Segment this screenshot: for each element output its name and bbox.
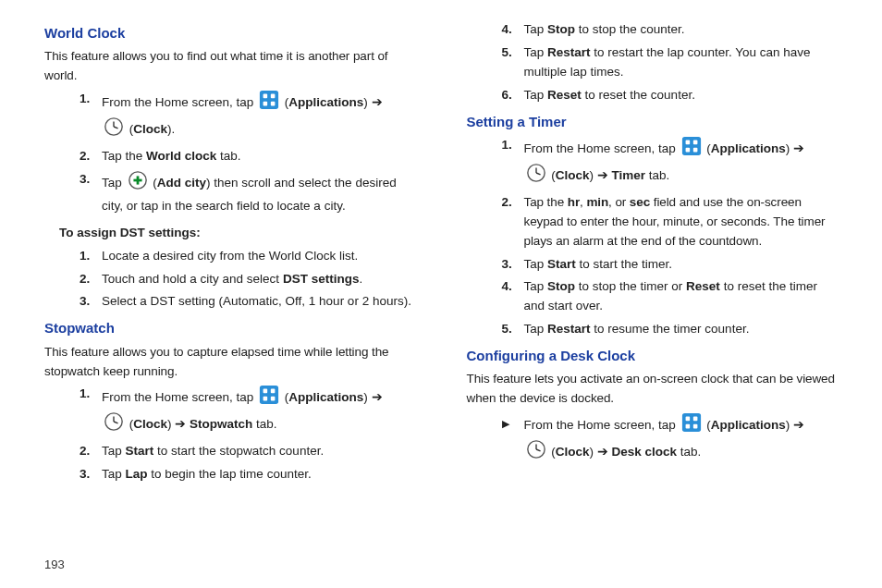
text: Tap (524, 322, 548, 336)
tm-step-4: Tap Stop to stop the timer or Reset to r… (502, 277, 839, 316)
label-sec: sec (630, 195, 650, 209)
label-stop: Stop (547, 279, 575, 293)
wc-step-1: From the Home screen, tap (Applications)… (80, 90, 416, 143)
label-applications: Applications (288, 391, 363, 405)
text: to start the timer. (576, 257, 672, 271)
text: Tap (524, 45, 548, 59)
sw-step-4: Tap Stop to stop the counter. (502, 20, 839, 40)
text: to resume the timer counter. (591, 322, 750, 336)
text: Tap (524, 22, 548, 36)
text: Tap the (524, 195, 568, 209)
text: to begin the lap time counter. (148, 467, 312, 481)
clock-icon (526, 163, 546, 190)
text: From the Home screen, tap (102, 391, 257, 405)
text: Tap (524, 257, 548, 271)
text: Touch and hold a city and select (102, 272, 283, 286)
applications-icon (681, 136, 702, 163)
text: to start the stopwatch counter. (153, 444, 324, 458)
add-city-icon (128, 170, 148, 197)
tm-step-1: From the Home screen, tap (Applications)… (502, 136, 839, 190)
text: tab. (677, 445, 701, 459)
heading-desk-clock: Configuring a Desk Clock (467, 345, 839, 366)
label-start: Start (126, 444, 154, 458)
heading-stopwatch: Stopwatch (44, 317, 416, 338)
label-desk-clock-tab: Desk clock (612, 445, 678, 459)
applications-icon (681, 412, 702, 439)
label-clock: Clock (133, 417, 167, 431)
text: Tap (102, 444, 126, 458)
tm-step-3: Tap Start to start the timer. (502, 255, 839, 275)
tm-step-2: Tap the hr, min, or sec field and use th… (502, 193, 839, 251)
applications-icon (259, 90, 279, 116)
label-add-city: Add city (157, 176, 206, 190)
label-hr: hr (568, 195, 580, 209)
label-world-clock-tab: World clock (146, 149, 216, 163)
label-applications: Applications (711, 418, 786, 432)
text: Tap (102, 176, 126, 190)
label-dst-settings: DST settings (283, 272, 360, 286)
dst-step-3: Select a DST setting (Automatic, Off, 1 … (80, 292, 416, 312)
page-number: 193 (44, 557, 65, 571)
label-applications: Applications (288, 95, 363, 109)
text: Tap (102, 467, 126, 481)
text: Tap the (102, 149, 146, 163)
text: to stop the timer or (575, 279, 686, 293)
subhead-dst: To assign DST settings: (59, 224, 416, 243)
tm-step-5: Tap Restart to resume the timer counter. (502, 320, 839, 339)
applications-icon (259, 385, 279, 411)
dst-step-1: Locate a desired city from the World Clo… (80, 247, 416, 266)
text: From the Home screen, tap (524, 141, 680, 155)
wc-step-2: Tap the World clock tab. (80, 147, 416, 166)
dst-step-2: Touch and hold a city and select DST set… (80, 270, 416, 289)
label-lap: Lap (126, 467, 148, 481)
label-min: min (586, 195, 608, 209)
sw-step-3: Tap Lap to begin the lap time counter. (80, 465, 416, 484)
sw-step-6: Tap Reset to reset the counter. (502, 86, 839, 105)
sw-step-2: Tap Start to start the stopwatch counter… (80, 442, 416, 461)
wc-step-3: Tap (Add city) then scroll and select th… (80, 170, 416, 216)
label-restart: Restart (547, 45, 591, 59)
text: Tap (524, 88, 548, 102)
intro-stopwatch: This feature allows you to capture elaps… (44, 343, 416, 382)
text: tab. (645, 168, 669, 182)
label-restart: Restart (547, 322, 591, 336)
heading-timer: Setting a Timer (467, 111, 839, 132)
text: tab. (216, 149, 240, 163)
label-reset: Reset (686, 279, 720, 293)
label-applications: Applications (711, 141, 786, 155)
label-start: Start (547, 257, 576, 271)
text: From the Home screen, tap (102, 95, 257, 109)
intro-desk-clock: This feature lets you activate an on-scr… (467, 370, 839, 409)
text: tab. (252, 417, 276, 431)
text: to reset the counter. (582, 88, 695, 102)
text: to stop the counter. (575, 22, 685, 36)
clock-icon (526, 439, 546, 466)
label-clock: Clock (133, 122, 167, 136)
sw-step-1: From the Home screen, tap (Applications)… (80, 385, 416, 438)
sw-step-5: Tap Restart to restart the lap counter. … (502, 43, 839, 82)
intro-world-clock: This feature allows you to find out what… (44, 47, 416, 86)
text: Tap (524, 279, 548, 293)
text: From the Home screen, tap (524, 418, 680, 432)
label-reset: Reset (547, 88, 582, 102)
label-stop: Stop (547, 22, 575, 36)
heading-world-clock: World Clock (44, 22, 416, 43)
label-timer-tab: Timer (612, 168, 646, 182)
clock-icon (104, 411, 124, 438)
clock-icon (104, 116, 124, 143)
label-stopwatch-tab: Stopwatch (190, 417, 252, 431)
desk-step-1: From the Home screen, tap (Applications)… (467, 412, 839, 466)
text: , or (608, 195, 630, 209)
label-clock: Clock (556, 168, 590, 182)
label-clock: Clock (556, 445, 590, 459)
